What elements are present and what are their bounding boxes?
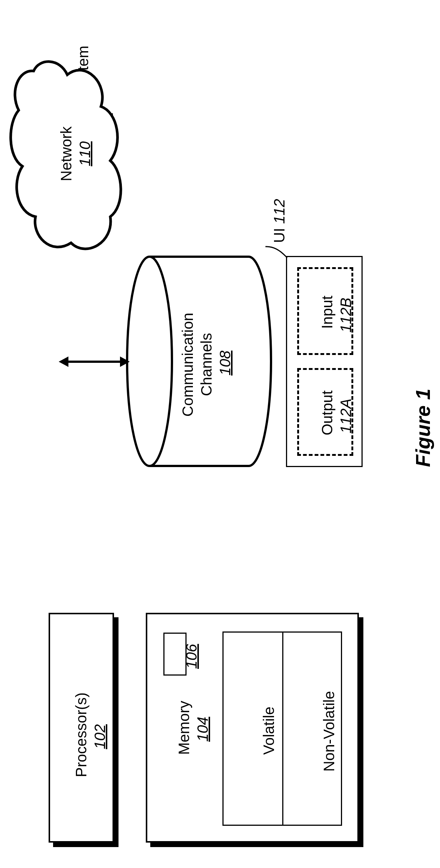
volatile-label: Volatile [261, 707, 277, 755]
ui-input-ref-text: 112B [338, 298, 354, 333]
memory-inner-ref: 106 [183, 644, 200, 669]
comm-line1: Communication [179, 313, 196, 417]
volatile-text: Volatile [261, 707, 277, 755]
network-ref-text: 110 [77, 141, 93, 166]
comm-ref-text: 108 [217, 350, 233, 376]
processors-ref: 102 [92, 724, 108, 749]
ui-output-ref: 112A [338, 399, 354, 433]
ui-output-label: Output [319, 390, 336, 435]
nonvolatile-text: Non-Volatile [321, 691, 337, 772]
comm-ref: 108 [217, 350, 234, 376]
network-ref: 110 [77, 141, 93, 166]
ui-output-ref-text: 112A [338, 399, 354, 433]
ui-leader-line [265, 242, 292, 261]
memory-ref: 104 [194, 717, 211, 742]
comm-text2: Channels [198, 333, 215, 396]
figure-caption: Figure 1 [411, 389, 434, 467]
diagram-canvas: Computing System 100 Processor(s) 102 Me… [0, 0, 440, 868]
ui-callout-ref: 112 [271, 199, 287, 224]
processors-label: Processor(s) [73, 692, 90, 777]
ui-input-label: Input [319, 296, 336, 329]
memory-storage-divider [282, 633, 283, 825]
svg-point-0 [127, 257, 172, 466]
ui-output-text: Output [319, 390, 335, 435]
ui-input-text: Input [319, 296, 335, 329]
memory-ref-text: 104 [194, 717, 211, 742]
figure-caption-text: Figure 1 [412, 389, 434, 467]
memory-text: Memory [176, 701, 192, 755]
processors-text: Processor(s) [73, 692, 89, 777]
comm-line2: Channels [198, 333, 215, 396]
network-text: Network [58, 126, 74, 181]
ui-callout: UI 112 [271, 199, 288, 243]
nonvolatile-label: Non-Volatile [321, 691, 338, 772]
processors-ref-text: 102 [92, 724, 108, 749]
comm-text1: Communication [179, 313, 196, 417]
memory-inner-ref-text: 106 [183, 644, 200, 669]
svg-marker-2 [59, 356, 68, 367]
memory-label: Memory [176, 701, 193, 755]
svg-marker-3 [120, 356, 130, 367]
ui-input-ref: 112B [338, 298, 354, 333]
ui-callout-prefix: UI [271, 224, 287, 243]
bidirectional-arrow-icon [59, 352, 130, 371]
network-label: Network [58, 126, 75, 181]
